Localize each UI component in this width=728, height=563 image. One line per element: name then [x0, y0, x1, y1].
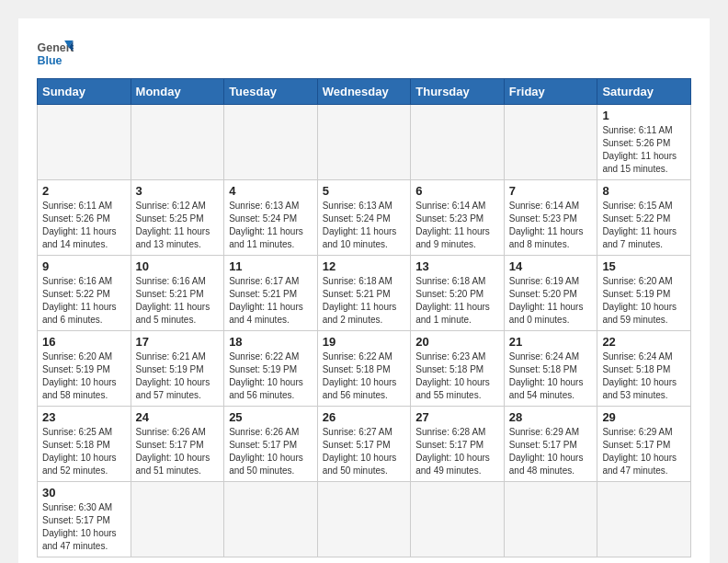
- day-number: 26: [323, 410, 406, 424]
- day-number: 27: [415, 410, 499, 424]
- calendar-cell: 30Sunrise: 6:30 AMSunset: 5:17 PMDayligh…: [38, 482, 131, 557]
- day-info: Sunrise: 6:14 AMSunset: 5:23 PMDaylight:…: [509, 200, 593, 251]
- calendar-cell: 4Sunrise: 6:13 AMSunset: 5:24 PMDaylight…: [224, 180, 318, 256]
- calendar-cell: [224, 482, 318, 557]
- day-info: Sunrise: 6:12 AMSunset: 5:25 PMDaylight:…: [136, 200, 220, 251]
- day-number: 4: [229, 184, 313, 198]
- day-number: 22: [602, 335, 686, 349]
- day-info: Sunrise: 6:13 AMSunset: 5:24 PMDaylight:…: [229, 200, 313, 251]
- weekday-header-saturday: Saturday: [597, 79, 691, 105]
- day-number: 13: [415, 259, 499, 273]
- calendar-cell: 27Sunrise: 6:28 AMSunset: 5:17 PMDayligh…: [411, 407, 505, 482]
- day-info: Sunrise: 6:15 AMSunset: 5:22 PMDaylight:…: [602, 200, 686, 251]
- day-number: 16: [42, 335, 126, 349]
- logo-icon: General Blue: [37, 37, 74, 69]
- calendar-cell: 6Sunrise: 6:14 AMSunset: 5:23 PMDaylight…: [411, 180, 505, 256]
- day-number: 3: [136, 184, 220, 198]
- weekday-header-thursday: Thursday: [411, 79, 505, 105]
- day-number: 18: [229, 335, 313, 349]
- weekday-header-friday: Friday: [504, 79, 597, 105]
- day-info: Sunrise: 6:23 AMSunset: 5:18 PMDaylight:…: [415, 350, 499, 402]
- day-info: Sunrise: 6:20 AMSunset: 5:19 PMDaylight:…: [42, 350, 126, 402]
- calendar-cell: 29Sunrise: 6:29 AMSunset: 5:17 PMDayligh…: [597, 407, 691, 482]
- day-number: 7: [509, 184, 593, 198]
- calendar-cell: 14Sunrise: 6:19 AMSunset: 5:20 PMDayligh…: [504, 256, 597, 331]
- day-info: Sunrise: 6:16 AMSunset: 5:22 PMDaylight:…: [42, 275, 126, 327]
- calendar-cell: [411, 105, 505, 180]
- day-info: Sunrise: 6:25 AMSunset: 5:18 PMDaylight:…: [42, 426, 126, 477]
- day-info: Sunrise: 6:16 AMSunset: 5:21 PMDaylight:…: [136, 275, 220, 327]
- calendar-cell: 3Sunrise: 6:12 AMSunset: 5:25 PMDaylight…: [131, 180, 224, 256]
- calendar-cell: 24Sunrise: 6:26 AMSunset: 5:17 PMDayligh…: [131, 407, 224, 482]
- calendar-cell: 8Sunrise: 6:15 AMSunset: 5:22 PMDaylight…: [597, 180, 691, 256]
- calendar-cell: 19Sunrise: 6:22 AMSunset: 5:18 PMDayligh…: [317, 331, 411, 407]
- day-number: 1: [602, 109, 686, 122]
- calendar-cell: 10Sunrise: 6:16 AMSunset: 5:21 PMDayligh…: [131, 256, 224, 331]
- calendar-cell: 13Sunrise: 6:18 AMSunset: 5:20 PMDayligh…: [411, 256, 505, 331]
- day-number: 12: [323, 259, 406, 273]
- day-info: Sunrise: 6:19 AMSunset: 5:20 PMDaylight:…: [509, 275, 593, 327]
- day-info: Sunrise: 6:29 AMSunset: 5:17 PMDaylight:…: [509, 426, 593, 477]
- day-number: 21: [509, 335, 593, 349]
- calendar-cell: 20Sunrise: 6:23 AMSunset: 5:18 PMDayligh…: [411, 331, 505, 407]
- day-info: Sunrise: 6:22 AMSunset: 5:18 PMDaylight:…: [323, 350, 406, 402]
- day-info: Sunrise: 6:11 AMSunset: 5:26 PMDaylight:…: [602, 124, 686, 176]
- day-info: Sunrise: 6:14 AMSunset: 5:23 PMDaylight:…: [415, 200, 499, 251]
- calendar-cell: [317, 482, 411, 557]
- calendar-cell: [317, 105, 411, 180]
- weekday-header-monday: Monday: [131, 79, 224, 105]
- calendar-cell: 17Sunrise: 6:21 AMSunset: 5:19 PMDayligh…: [131, 331, 224, 407]
- calendar-cell: [38, 105, 131, 180]
- calendar-week-1: 1Sunrise: 6:11 AMSunset: 5:26 PMDaylight…: [38, 105, 691, 180]
- day-info: Sunrise: 6:18 AMSunset: 5:21 PMDaylight:…: [323, 275, 406, 327]
- calendar-week-6: 30Sunrise: 6:30 AMSunset: 5:17 PMDayligh…: [38, 482, 691, 557]
- day-info: Sunrise: 6:17 AMSunset: 5:21 PMDaylight:…: [229, 275, 313, 327]
- calendar-table: SundayMondayTuesdayWednesdayThursdayFrid…: [37, 78, 691, 557]
- day-number: 14: [509, 259, 593, 273]
- calendar-cell: [504, 482, 597, 557]
- calendar-cell: [504, 105, 597, 180]
- day-number: 5: [323, 184, 406, 198]
- calendar-cell: 9Sunrise: 6:16 AMSunset: 5:22 PMDaylight…: [38, 256, 131, 331]
- day-number: 24: [136, 410, 220, 424]
- header: General Blue: [37, 37, 691, 69]
- calendar-cell: [224, 105, 318, 180]
- day-number: 25: [229, 410, 313, 424]
- weekday-header-tuesday: Tuesday: [224, 79, 318, 105]
- calendar-cell: 11Sunrise: 6:17 AMSunset: 5:21 PMDayligh…: [224, 256, 318, 331]
- day-number: 9: [42, 259, 126, 273]
- calendar-cell: 26Sunrise: 6:27 AMSunset: 5:17 PMDayligh…: [317, 407, 411, 482]
- day-info: Sunrise: 6:26 AMSunset: 5:17 PMDaylight:…: [229, 426, 313, 477]
- day-number: 15: [602, 259, 686, 273]
- day-info: Sunrise: 6:29 AMSunset: 5:17 PMDaylight:…: [602, 426, 686, 477]
- day-info: Sunrise: 6:13 AMSunset: 5:24 PMDaylight:…: [323, 200, 406, 251]
- day-number: 17: [136, 335, 220, 349]
- calendar-week-2: 2Sunrise: 6:11 AMSunset: 5:26 PMDaylight…: [38, 180, 691, 256]
- day-number: 8: [602, 184, 686, 198]
- calendar-week-4: 16Sunrise: 6:20 AMSunset: 5:19 PMDayligh…: [38, 331, 691, 407]
- calendar-cell: 2Sunrise: 6:11 AMSunset: 5:26 PMDaylight…: [38, 180, 131, 256]
- day-info: Sunrise: 6:24 AMSunset: 5:18 PMDaylight:…: [509, 350, 593, 402]
- calendar-cell: [131, 482, 224, 557]
- day-number: 29: [602, 410, 686, 424]
- day-number: 19: [323, 335, 406, 349]
- calendar-cell: 1Sunrise: 6:11 AMSunset: 5:26 PMDaylight…: [597, 105, 691, 180]
- calendar-cell: 7Sunrise: 6:14 AMSunset: 5:23 PMDaylight…: [504, 180, 597, 256]
- weekday-header-sunday: Sunday: [38, 79, 131, 105]
- calendar-cell: 25Sunrise: 6:26 AMSunset: 5:17 PMDayligh…: [224, 407, 318, 482]
- day-number: 28: [509, 410, 593, 424]
- logo: General Blue: [37, 37, 74, 69]
- weekday-header-row: SundayMondayTuesdayWednesdayThursdayFrid…: [38, 79, 691, 105]
- calendar-cell: 16Sunrise: 6:20 AMSunset: 5:19 PMDayligh…: [38, 331, 131, 407]
- day-info: Sunrise: 6:30 AMSunset: 5:17 PMDaylight:…: [42, 501, 126, 553]
- calendar-cell: 18Sunrise: 6:22 AMSunset: 5:19 PMDayligh…: [224, 331, 318, 407]
- day-info: Sunrise: 6:22 AMSunset: 5:19 PMDaylight:…: [229, 350, 313, 402]
- calendar-week-5: 23Sunrise: 6:25 AMSunset: 5:18 PMDayligh…: [38, 407, 691, 482]
- calendar-cell: 28Sunrise: 6:29 AMSunset: 5:17 PMDayligh…: [504, 407, 597, 482]
- calendar-cell: 23Sunrise: 6:25 AMSunset: 5:18 PMDayligh…: [38, 407, 131, 482]
- calendar-cell: [597, 482, 691, 557]
- day-info: Sunrise: 6:27 AMSunset: 5:17 PMDaylight:…: [323, 426, 406, 477]
- day-number: 23: [42, 410, 126, 424]
- day-info: Sunrise: 6:26 AMSunset: 5:17 PMDaylight:…: [136, 426, 220, 477]
- day-info: Sunrise: 6:24 AMSunset: 5:18 PMDaylight:…: [602, 350, 686, 402]
